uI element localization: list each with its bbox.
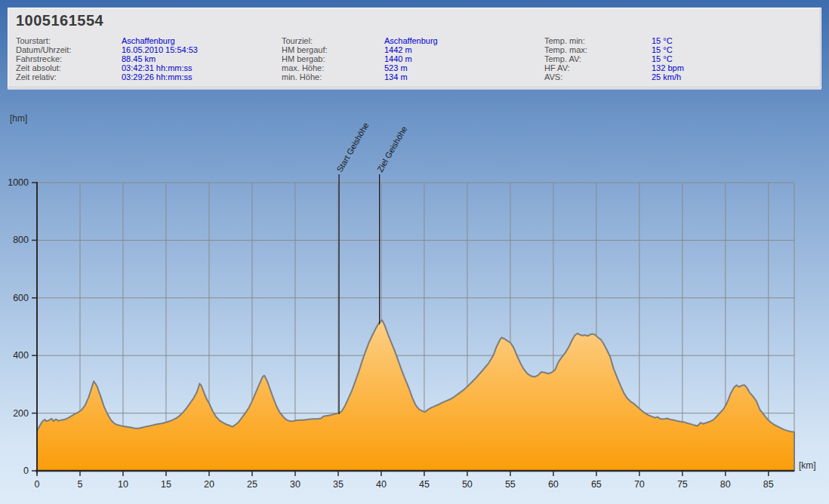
x-tick-label: 85: [763, 479, 774, 490]
y-tick-label: 600: [13, 293, 29, 303]
x-tick-label: 25: [247, 479, 257, 490]
x-tick-label: 40: [376, 479, 387, 490]
x-tick-label: 45: [419, 479, 430, 490]
x-tick-label: 65: [591, 479, 602, 490]
y-tick-label: 1000: [8, 177, 29, 188]
x-tick-label: 55: [505, 479, 516, 490]
x-tick-label: 70: [634, 479, 645, 490]
x-tick-label: 35: [333, 479, 344, 490]
x-tick-label: 50: [462, 479, 473, 490]
y-tick-label: 0: [23, 466, 29, 476]
elevation-area: [37, 320, 794, 471]
elevation-profile-chart: Start GeishöheZiel Geishöhe0200400600800…: [0, 0, 829, 504]
marker-label: Start Geishöhe: [334, 121, 370, 174]
marker-label: Ziel Geishöhe: [375, 124, 408, 174]
y-tick-label: 800: [13, 235, 29, 245]
x-tick-label: 0: [35, 479, 40, 490]
x-tick-label: 80: [720, 479, 731, 490]
x-tick-label: 15: [161, 479, 171, 490]
x-tick-label: 60: [548, 479, 559, 490]
x-tick-label: 30: [290, 479, 300, 490]
y-tick-label: 400: [13, 350, 29, 361]
x-tick-label: 20: [204, 479, 214, 490]
x-tick-label: 5: [78, 479, 83, 490]
x-tick-label: 10: [118, 479, 128, 490]
y-tick-label: 200: [13, 408, 29, 419]
x-tick-label: 75: [677, 479, 688, 490]
